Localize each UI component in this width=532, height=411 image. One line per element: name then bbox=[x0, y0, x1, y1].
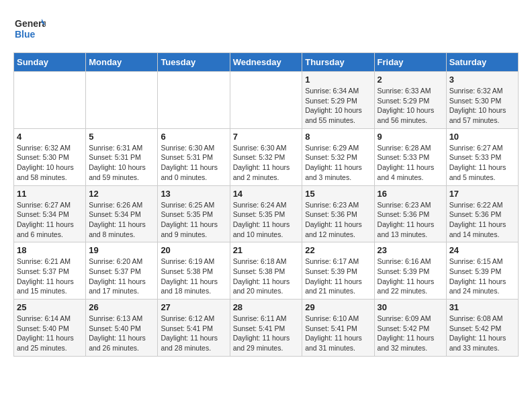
day-number: 10 bbox=[449, 132, 515, 142]
day-info: Sunrise: 6:30 AMSunset: 5:32 PMDaylight:… bbox=[233, 143, 300, 183]
day-of-week-saturday: Saturday bbox=[446, 53, 518, 72]
day-info: Sunrise: 6:17 AMSunset: 5:39 PMDaylight:… bbox=[305, 257, 371, 296]
calendar-cell bbox=[86, 72, 158, 129]
calendar-cell: 25Sunrise: 6:14 AMSunset: 5:40 PMDayligh… bbox=[14, 300, 86, 357]
calendar-cell: 5Sunrise: 6:31 AMSunset: 5:31 PMDaylight… bbox=[86, 128, 158, 185]
day-number: 24 bbox=[449, 245, 515, 255]
day-number: 14 bbox=[233, 189, 300, 199]
day-info: Sunrise: 6:31 AMSunset: 5:31 PMDaylight:… bbox=[89, 143, 154, 183]
day-info: Sunrise: 6:28 AMSunset: 5:33 PMDaylight:… bbox=[378, 143, 443, 183]
day-info: Sunrise: 6:24 AMSunset: 5:35 PMDaylight:… bbox=[233, 200, 300, 240]
day-of-week-thursday: Thursday bbox=[302, 53, 374, 72]
day-number: 12 bbox=[89, 189, 154, 199]
day-info: Sunrise: 6:16 AMSunset: 5:39 PMDaylight:… bbox=[378, 257, 443, 296]
calendar-cell: 8Sunrise: 6:29 AMSunset: 5:32 PMDaylight… bbox=[302, 128, 374, 185]
day-number: 11 bbox=[17, 189, 83, 199]
calendar-week-1: 1Sunrise: 6:34 AMSunset: 5:29 PMDaylight… bbox=[14, 72, 519, 129]
calendar-week-3: 11Sunrise: 6:27 AMSunset: 5:34 PMDayligh… bbox=[14, 185, 519, 242]
day-number: 3 bbox=[449, 75, 515, 85]
day-of-week-sunday: Sunday bbox=[14, 53, 86, 72]
day-number: 6 bbox=[161, 132, 226, 142]
day-number: 7 bbox=[233, 132, 300, 142]
day-number: 28 bbox=[233, 302, 300, 312]
day-number: 18 bbox=[17, 245, 83, 255]
day-info: Sunrise: 6:15 AMSunset: 5:39 PMDaylight:… bbox=[449, 257, 515, 296]
day-info: Sunrise: 6:32 AMSunset: 5:30 PMDaylight:… bbox=[17, 143, 83, 183]
calendar-cell: 7Sunrise: 6:30 AMSunset: 5:32 PMDaylight… bbox=[230, 128, 302, 185]
day-number: 4 bbox=[17, 132, 83, 142]
calendar-cell: 3Sunrise: 6:32 AMSunset: 5:30 PMDaylight… bbox=[446, 72, 518, 129]
day-number: 20 bbox=[161, 245, 226, 255]
day-info: Sunrise: 6:21 AMSunset: 5:37 PMDaylight:… bbox=[17, 257, 83, 296]
calendar-week-2: 4Sunrise: 6:32 AMSunset: 5:30 PMDaylight… bbox=[14, 128, 519, 185]
calendar-cell: 31Sunrise: 6:08 AMSunset: 5:42 PMDayligh… bbox=[446, 300, 518, 357]
day-number: 29 bbox=[305, 302, 371, 312]
calendar-cell: 4Sunrise: 6:32 AMSunset: 5:30 PMDaylight… bbox=[14, 128, 86, 185]
calendar-cell: 2Sunrise: 6:33 AMSunset: 5:29 PMDaylight… bbox=[374, 72, 446, 129]
day-info: Sunrise: 6:34 AMSunset: 5:29 PMDaylight:… bbox=[305, 86, 371, 126]
day-number: 27 bbox=[161, 302, 226, 312]
calendar-cell: 26Sunrise: 6:13 AMSunset: 5:40 PMDayligh… bbox=[86, 300, 158, 357]
day-number: 15 bbox=[305, 189, 371, 199]
day-info: Sunrise: 6:19 AMSunset: 5:38 PMDaylight:… bbox=[161, 257, 226, 296]
day-of-week-monday: Monday bbox=[86, 53, 158, 72]
calendar-table: SundayMondayTuesdayWednesdayThursdayFrid… bbox=[13, 52, 519, 357]
day-info: Sunrise: 6:30 AMSunset: 5:31 PMDaylight:… bbox=[161, 143, 226, 183]
calendar-cell: 21Sunrise: 6:18 AMSunset: 5:38 PMDayligh… bbox=[230, 242, 302, 300]
calendar-cell: 14Sunrise: 6:24 AMSunset: 5:35 PMDayligh… bbox=[230, 185, 302, 242]
svg-text:General: General bbox=[15, 18, 46, 29]
day-info: Sunrise: 6:10 AMSunset: 5:41 PMDaylight:… bbox=[305, 314, 371, 353]
day-number: 1 bbox=[305, 75, 371, 85]
day-number: 9 bbox=[378, 132, 443, 142]
calendar-cell: 20Sunrise: 6:19 AMSunset: 5:38 PMDayligh… bbox=[158, 242, 230, 300]
day-info: Sunrise: 6:09 AMSunset: 5:42 PMDaylight:… bbox=[378, 314, 443, 353]
calendar-cell: 24Sunrise: 6:15 AMSunset: 5:39 PMDayligh… bbox=[446, 242, 518, 300]
day-number: 16 bbox=[378, 189, 443, 199]
day-info: Sunrise: 6:23 AMSunset: 5:36 PMDaylight:… bbox=[378, 200, 443, 240]
day-info: Sunrise: 6:23 AMSunset: 5:36 PMDaylight:… bbox=[305, 200, 371, 240]
calendar-cell: 13Sunrise: 6:25 AMSunset: 5:35 PMDayligh… bbox=[158, 185, 230, 242]
day-of-week-wednesday: Wednesday bbox=[230, 53, 302, 72]
day-number: 5 bbox=[89, 132, 154, 142]
day-info: Sunrise: 6:20 AMSunset: 5:37 PMDaylight:… bbox=[89, 257, 154, 296]
day-of-week-tuesday: Tuesday bbox=[158, 53, 230, 72]
day-info: Sunrise: 6:29 AMSunset: 5:32 PMDaylight:… bbox=[305, 143, 371, 183]
day-info: Sunrise: 6:13 AMSunset: 5:40 PMDaylight:… bbox=[89, 314, 154, 353]
calendar-cell bbox=[158, 72, 230, 129]
day-number: 8 bbox=[305, 132, 371, 142]
calendar-cell bbox=[14, 72, 86, 129]
calendar-header: SundayMondayTuesdayWednesdayThursdayFrid… bbox=[14, 53, 519, 72]
calendar-cell: 17Sunrise: 6:22 AMSunset: 5:36 PMDayligh… bbox=[446, 185, 518, 242]
calendar-week-5: 25Sunrise: 6:14 AMSunset: 5:40 PMDayligh… bbox=[14, 300, 519, 357]
day-info: Sunrise: 6:33 AMSunset: 5:29 PMDaylight:… bbox=[378, 86, 443, 126]
day-number: 19 bbox=[89, 245, 154, 255]
day-info: Sunrise: 6:11 AMSunset: 5:41 PMDaylight:… bbox=[233, 314, 300, 353]
calendar-cell: 28Sunrise: 6:11 AMSunset: 5:41 PMDayligh… bbox=[230, 300, 302, 357]
calendar-cell: 30Sunrise: 6:09 AMSunset: 5:42 PMDayligh… bbox=[374, 300, 446, 357]
calendar-cell: 1Sunrise: 6:34 AMSunset: 5:29 PMDaylight… bbox=[302, 72, 374, 129]
day-info: Sunrise: 6:12 AMSunset: 5:41 PMDaylight:… bbox=[161, 314, 226, 353]
calendar-week-4: 18Sunrise: 6:21 AMSunset: 5:37 PMDayligh… bbox=[14, 242, 519, 300]
calendar-cell: 16Sunrise: 6:23 AMSunset: 5:36 PMDayligh… bbox=[374, 185, 446, 242]
day-number: 31 bbox=[449, 302, 515, 312]
day-number: 22 bbox=[305, 245, 371, 255]
calendar-cell bbox=[230, 72, 302, 129]
day-number: 25 bbox=[17, 302, 83, 312]
calendar-cell: 22Sunrise: 6:17 AMSunset: 5:39 PMDayligh… bbox=[302, 242, 374, 300]
day-info: Sunrise: 6:14 AMSunset: 5:40 PMDaylight:… bbox=[17, 314, 83, 353]
day-number: 2 bbox=[378, 75, 443, 85]
svg-text:Blue: Blue bbox=[15, 29, 36, 40]
calendar-cell: 6Sunrise: 6:30 AMSunset: 5:31 PMDaylight… bbox=[158, 128, 230, 185]
calendar-cell: 27Sunrise: 6:12 AMSunset: 5:41 PMDayligh… bbox=[158, 300, 230, 357]
logo-svg: General Blue bbox=[13, 13, 46, 46]
day-info: Sunrise: 6:26 AMSunset: 5:34 PMDaylight:… bbox=[89, 200, 154, 240]
day-info: Sunrise: 6:18 AMSunset: 5:38 PMDaylight:… bbox=[233, 257, 300, 296]
page-header: General Blue bbox=[13, 13, 519, 46]
day-number: 30 bbox=[378, 302, 443, 312]
calendar-cell: 10Sunrise: 6:27 AMSunset: 5:33 PMDayligh… bbox=[446, 128, 518, 185]
day-number: 23 bbox=[378, 245, 443, 255]
calendar-cell: 23Sunrise: 6:16 AMSunset: 5:39 PMDayligh… bbox=[374, 242, 446, 300]
day-of-week-friday: Friday bbox=[374, 53, 446, 72]
day-info: Sunrise: 6:22 AMSunset: 5:36 PMDaylight:… bbox=[449, 200, 515, 240]
calendar-cell: 15Sunrise: 6:23 AMSunset: 5:36 PMDayligh… bbox=[302, 185, 374, 242]
